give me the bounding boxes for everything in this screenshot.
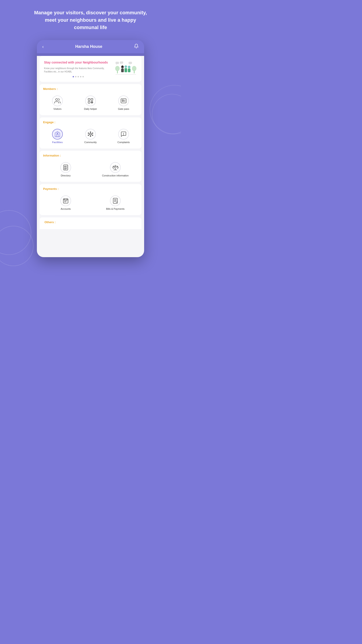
accounts-label: Accounts: [60, 208, 71, 210]
information-section: Information : Directory: [39, 151, 141, 182]
visitors-item[interactable]: Visitors: [42, 94, 73, 112]
payments-grid: Accounts Bills & Payments: [42, 194, 139, 212]
daily-helper-icon-circle: [85, 96, 96, 106]
bills-icon: [112, 198, 118, 204]
svg-point-12: [124, 65, 127, 68]
svg-point-14: [128, 66, 130, 68]
svg-point-27: [90, 133, 91, 135]
svg-marker-1: [116, 64, 117, 64]
visitors-label: Visitors: [53, 108, 61, 110]
accounts-item[interactable]: Accounts: [42, 194, 90, 212]
bills-icon-circle: [110, 196, 121, 206]
svg-line-38: [89, 134, 90, 135]
engage-title: Engage :: [42, 120, 139, 124]
phone-header: ‹ Harsha House: [37, 40, 144, 53]
phone-title: Harsha House: [75, 44, 102, 49]
members-section: Members : Visitors: [39, 84, 141, 115]
gate-pass-icon: [120, 98, 127, 104]
banner-text: Stay connected with your Neighbourhoods …: [44, 60, 112, 77]
bills-payments-item[interactable]: Bills & Payments: [91, 194, 139, 212]
facilities-icon: [54, 131, 60, 137]
svg-rect-4: [129, 62, 132, 64]
directory-label: Directory: [61, 174, 71, 177]
svg-line-39: [89, 133, 90, 134]
information-title: Information :: [42, 154, 139, 157]
engage-section: Engage : Facilities: [39, 118, 141, 148]
gate-pass-label: Gate pass: [118, 108, 129, 110]
dot-4: [80, 76, 81, 77]
svg-rect-42: [64, 165, 68, 170]
community-icon-circle: [85, 129, 96, 140]
accounts-icon: [62, 198, 69, 204]
visitors-icon-circle: [52, 96, 63, 106]
directory-item[interactable]: Directory: [42, 160, 90, 179]
svg-rect-20: [88, 101, 90, 103]
svg-rect-50: [113, 198, 117, 203]
complaints-label: Complaints: [117, 141, 130, 144]
dot-5: [82, 76, 84, 77]
back-button[interactable]: ‹: [42, 44, 44, 49]
banner: Stay connected with your Neighbourhoods …: [39, 56, 141, 82]
svg-rect-0: [115, 62, 119, 64]
svg-rect-2: [120, 61, 123, 64]
payments-title: Payments :: [42, 187, 139, 190]
banner-description: Know your neighbours through the feature…: [44, 67, 112, 73]
facilities-icon-circle: [52, 129, 63, 140]
bills-payments-label: Bills & Payments: [106, 208, 125, 210]
svg-point-43: [64, 166, 66, 167]
svg-rect-11: [121, 68, 124, 72]
daily-helper-icon: [87, 98, 94, 104]
svg-point-17: [56, 98, 58, 100]
information-grid: Directory Construction informatio: [42, 160, 139, 179]
gate-pass-item[interactable]: Gate pass: [108, 94, 139, 112]
others-section: Others :: [39, 217, 141, 229]
dot-1: [73, 76, 74, 77]
engage-grid: Facilities: [42, 127, 139, 145]
svg-rect-13: [124, 68, 127, 72]
visitors-icon: [54, 98, 60, 104]
bell-icon[interactable]: [134, 44, 139, 50]
banner-dots: [44, 76, 112, 77]
svg-rect-7: [117, 71, 118, 73]
accounts-icon-circle: [60, 196, 71, 206]
daily-helper-label: Daily helper: [84, 108, 97, 110]
directory-icon-circle: [60, 162, 71, 173]
complaints-icon-circle: [118, 129, 129, 140]
svg-rect-18: [88, 98, 90, 100]
headline: Manage your visitors, discover your comm…: [32, 9, 149, 31]
dot-2: [75, 76, 76, 77]
phone-mockup: ‹ Harsha House Stay connected with your …: [37, 40, 144, 257]
banner-title: Stay connected with your Neighbourhoods: [44, 60, 112, 65]
svg-point-8: [132, 66, 137, 71]
members-title: Members :: [42, 87, 139, 90]
svg-line-36: [91, 134, 92, 135]
construction-icon-circle: [110, 162, 121, 173]
svg-rect-15: [128, 68, 130, 72]
svg-rect-24: [121, 98, 126, 103]
dot-3: [77, 76, 79, 77]
directory-icon: [62, 164, 69, 170]
daily-helper-item[interactable]: Daily helper: [75, 94, 106, 112]
phone-content: Stay connected with your Neighbourhoods …: [37, 56, 144, 257]
complaints-icon: [120, 131, 127, 137]
community-item[interactable]: Community: [75, 127, 106, 145]
svg-line-35: [91, 133, 92, 134]
facilities-item[interactable]: Facilities: [42, 127, 73, 145]
construction-information-item[interactable]: Construction information: [91, 160, 139, 179]
construction-information-label: Construction information: [102, 174, 128, 177]
facilities-label: Facilities: [52, 141, 62, 144]
gate-pass-icon-circle: [118, 96, 129, 106]
members-grid: Visitors Daily helper: [42, 94, 139, 112]
community-icon: [87, 131, 94, 137]
svg-point-26: [57, 133, 58, 134]
svg-rect-19: [91, 98, 93, 100]
complaints-item[interactable]: Complaints: [108, 127, 139, 145]
svg-point-6: [115, 66, 120, 71]
svg-marker-3: [120, 64, 121, 64]
payments-section: Payments : Accounts: [39, 184, 141, 215]
svg-rect-9: [134, 71, 134, 73]
svg-point-41: [123, 135, 124, 135]
others-title: Others :: [43, 220, 138, 224]
svg-marker-5: [130, 64, 130, 64]
banner-illustration: [115, 61, 137, 77]
